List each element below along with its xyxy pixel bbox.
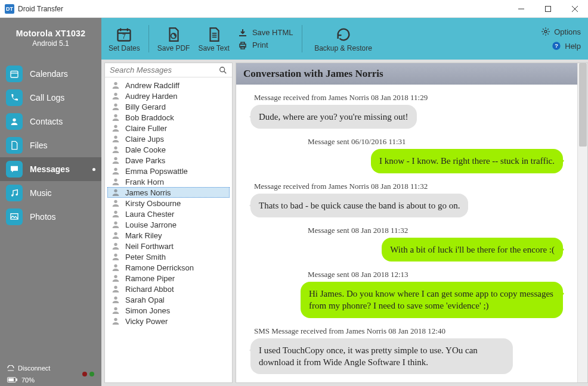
svg-point-35 <box>114 125 117 128</box>
contact-item[interactable]: Claire Fuller <box>107 123 230 133</box>
svg-point-26 <box>544 30 547 33</box>
search-input[interactable] <box>110 66 219 74</box>
help-label: Help <box>565 42 581 51</box>
person-icon <box>111 145 120 154</box>
sidebar-item-calllogs[interactable]: Call Logs <box>0 86 101 110</box>
sidebar-item-music[interactable]: Music <box>0 181 101 205</box>
message-bubble-recv: I used TouchCopy once, it was pretty sim… <box>250 338 513 375</box>
contact-item[interactable]: Frank Horn <box>107 176 230 187</box>
window-controls <box>507 0 588 18</box>
scrollbar[interactable] <box>577 63 587 382</box>
svg-point-34 <box>114 114 117 117</box>
person-icon <box>111 80 120 90</box>
notification-dot <box>92 168 95 171</box>
svg-rect-12 <box>16 379 17 381</box>
messages-icon <box>6 161 23 178</box>
contact-name: Peter Smith <box>125 253 166 262</box>
svg-text:?: ? <box>555 43 558 49</box>
contact-item[interactable]: Mark Riley <box>107 230 230 241</box>
contact-item[interactable]: Louise Jarrone <box>107 219 230 230</box>
search-icon[interactable] <box>219 66 227 74</box>
contact-item[interactable]: Neil Forthwart <box>107 241 230 251</box>
svg-rect-4 <box>11 71 18 77</box>
contact-item[interactable]: Kirsty Osbourne <box>107 198 230 208</box>
print-button[interactable]: Print <box>238 41 293 49</box>
contact-item[interactable]: Bob Braddock <box>107 112 230 123</box>
scrollbar-thumb[interactable] <box>579 63 587 147</box>
contact-item[interactable]: Claire Jups <box>107 133 230 144</box>
sidebar-item-messages[interactable]: Messages <box>0 157 101 181</box>
contact-name: Neil Forthwart <box>125 242 174 251</box>
sidebar-item-photos[interactable]: Photos <box>0 205 101 229</box>
contact-item[interactable]: Audrey Harden <box>107 91 230 101</box>
svg-point-50 <box>114 286 117 289</box>
contact-item[interactable]: Andrew Radcliff <box>107 80 230 91</box>
contact-item[interactable]: Simon Jones <box>107 305 230 316</box>
message-bubble-sent: With a bit of luck i'll be there for the… <box>382 238 563 262</box>
person-icon <box>111 188 120 197</box>
svg-point-43 <box>114 211 117 214</box>
message-row: Thats to bad - be quick cause the band i… <box>236 194 577 217</box>
options-button[interactable]: Options <box>541 27 581 36</box>
contact-name: Louise Jarrone <box>125 220 177 229</box>
refresh-icon <box>335 25 352 44</box>
svg-point-41 <box>114 189 117 192</box>
help-icon: ? <box>552 41 561 51</box>
music-icon <box>6 185 23 201</box>
contact-name: Richard Abbot <box>125 285 174 294</box>
window-title: Droid Transfer <box>18 5 63 13</box>
contact-item[interactable]: Dave Parks <box>107 155 230 166</box>
person-icon <box>111 166 120 176</box>
message-bubble-sent: I know - I know. Be right there -- stuck… <box>371 149 563 173</box>
text-icon <box>206 25 222 44</box>
options-label: Options <box>554 27 581 36</box>
contact-item[interactable]: Vicky Power <box>107 316 230 326</box>
contact-item[interactable]: Peter Smith <box>107 251 230 262</box>
titlebar: DT Droid Transfer <box>0 0 588 18</box>
contact-item[interactable]: Ramone Piper <box>107 273 230 284</box>
contact-list[interactable]: Andrew RadcliffAudrey HardenBilly Gerard… <box>107 80 230 380</box>
minimize-button[interactable] <box>507 0 534 18</box>
contact-name: Dave Parks <box>125 156 165 165</box>
svg-rect-24 <box>241 42 245 44</box>
minimize-icon <box>518 6 524 12</box>
message-bubble-recv: Dude, where are you? you're missing out! <box>250 105 417 129</box>
conversation-scroll[interactable]: Conversation with James Norris Message r… <box>236 63 577 382</box>
contacts-icon <box>6 113 23 130</box>
message-row: Dude, where are you? you're missing out! <box>236 105 577 129</box>
save-pdf-button[interactable]: Save PDF <box>157 25 190 52</box>
maximize-icon <box>545 6 551 12</box>
svg-point-29 <box>220 67 225 71</box>
contact-item[interactable]: Billy Gerard <box>107 101 230 112</box>
save-html-label: Save HTML <box>252 28 293 37</box>
message-bubble-sent: Hi James. Do you know where I can get so… <box>301 282 563 318</box>
save-text-button[interactable]: Save Text <box>198 25 229 52</box>
sidebar-item-calendars[interactable]: Calendars <box>0 62 101 86</box>
person-icon <box>111 316 120 326</box>
maximize-button[interactable] <box>534 0 561 18</box>
contact-item[interactable]: Sarah Opal <box>107 294 230 305</box>
help-button[interactable]: ? Help <box>552 41 581 51</box>
svg-point-8 <box>16 194 17 195</box>
contact-item[interactable]: Emma Popswattle <box>107 166 230 176</box>
sidebar-item-label: Call Logs <box>30 93 64 102</box>
contact-item[interactable]: James Norris <box>107 187 230 198</box>
set-dates-button[interactable]: 7 Set Dates <box>109 25 140 52</box>
svg-point-42 <box>114 200 117 203</box>
person-icon <box>111 134 120 144</box>
contact-item[interactable]: Ramone Derrickson <box>107 262 230 273</box>
contact-name: Andrew Radcliff <box>125 81 180 90</box>
close-button[interactable] <box>561 0 588 18</box>
backup-restore-button[interactable]: Backup & Restore <box>311 25 376 52</box>
sidebar-item-files[interactable]: Files <box>0 133 101 157</box>
contact-item[interactable]: Richard Abbot <box>107 284 230 294</box>
calendar-icon: 7 <box>116 25 132 44</box>
sidebar-item-contacts[interactable]: Contacts <box>0 110 101 133</box>
message-row: I used TouchCopy once, it was pretty sim… <box>236 338 577 375</box>
contact-item[interactable]: Laura Chester <box>107 208 230 219</box>
save-html-button[interactable]: Save HTML <box>238 28 293 37</box>
person-icon <box>111 284 120 294</box>
person-icon <box>111 123 120 133</box>
contact-item[interactable]: Dale Cooke <box>107 144 230 155</box>
svg-point-53 <box>114 318 117 321</box>
